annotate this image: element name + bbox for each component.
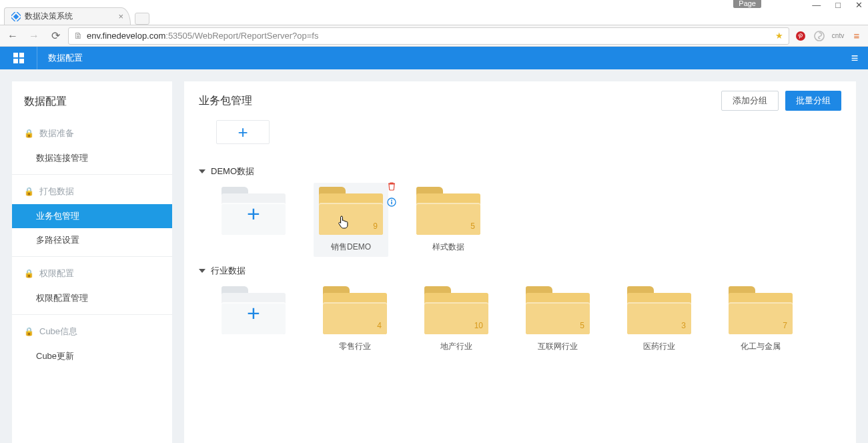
app-logo-icon[interactable] bbox=[0, 47, 37, 69]
group-name: DEMO数据 bbox=[211, 165, 254, 177]
breadcrumb: 数据配置 bbox=[37, 52, 93, 64]
lock-icon: 🔒 bbox=[24, 129, 34, 138]
package-card-retail[interactable]: 4 零售行业 bbox=[318, 286, 392, 352]
sidebar-section-label: 数据准备 bbox=[39, 127, 74, 139]
app-menu-icon[interactable]: ≡ bbox=[841, 51, 868, 65]
favicon-icon bbox=[11, 12, 21, 21]
extension-pinterest-icon[interactable] bbox=[793, 29, 808, 43]
sidebar-title: 数据配置 bbox=[12, 91, 172, 121]
package-label: 地产行业 bbox=[440, 341, 472, 352]
group-header-demo[interactable]: DEMO数据 bbox=[199, 165, 841, 177]
url-path: /WebReport/ReportServer?op=fs bbox=[192, 31, 318, 41]
package-card-internet[interactable]: 5 互联网行业 bbox=[520, 286, 595, 352]
svg-rect-9 bbox=[391, 201, 392, 204]
package-count: 7 bbox=[783, 321, 787, 330]
add-group-button[interactable]: 添加分组 bbox=[721, 91, 779, 111]
page-title: 业务包管理 bbox=[199, 94, 252, 108]
svg-rect-4 bbox=[19, 53, 24, 57]
browser-tab[interactable]: 数据决策系统 × bbox=[4, 7, 131, 25]
main-panel: 业务包管理 添加分组 批量分组 + DEMO数据 bbox=[184, 81, 856, 443]
batch-group-button[interactable]: 批量分组 bbox=[785, 91, 841, 111]
browser-menu-icon[interactable]: ≡ bbox=[849, 29, 864, 43]
package-card-pharma[interactable]: 3 医药行业 bbox=[622, 286, 697, 352]
plus-icon: + bbox=[222, 292, 286, 334]
sidebar-section-data-prepare: 🔒 数据准备 bbox=[12, 121, 172, 146]
browser-toolbar: ← → ⟳ 🗎 env.finedevelop.com:53505/WebRep… bbox=[0, 25, 868, 47]
add-package-top-button[interactable]: + bbox=[216, 120, 270, 144]
package-card-chemical-metal[interactable]: 7 化工与金属 bbox=[723, 286, 798, 352]
window-minimize-icon[interactable]: — bbox=[812, 0, 821, 10]
group-name: 行业数据 bbox=[211, 265, 246, 277]
lock-icon: 🔒 bbox=[24, 187, 34, 196]
package-group: 行业数据 + 4 零售行业 bbox=[199, 265, 841, 352]
svg-rect-1 bbox=[13, 13, 19, 19]
nav-forward-button[interactable]: → bbox=[25, 27, 43, 45]
package-label: 医药行业 bbox=[643, 341, 675, 352]
sidebar-section-permission: 🔒 权限配置 bbox=[12, 261, 172, 286]
url-host: env.finedevelop.com bbox=[87, 31, 165, 41]
sidebar-section-package: 🔒 打包数据 bbox=[12, 179, 172, 204]
sidebar-section-label: 权限配置 bbox=[39, 268, 74, 280]
package-card-style-data[interactable]: 5 样式数据 bbox=[411, 187, 486, 253]
sidebar: 数据配置 🔒 数据准备 数据连接管理 🔒 打包数据 业务包管理 多路径设置 🔒 … bbox=[12, 81, 172, 443]
plus-icon: + bbox=[238, 122, 248, 143]
lock-icon: 🔒 bbox=[24, 269, 34, 278]
url-port: :53505 bbox=[165, 31, 192, 41]
package-card-real-estate[interactable]: 10 地产行业 bbox=[419, 286, 494, 352]
svg-point-2 bbox=[796, 31, 805, 41]
package-count: 10 bbox=[474, 321, 483, 330]
nav-reload-button[interactable]: ⟳ bbox=[47, 27, 64, 45]
page-indicator: Page bbox=[733, 0, 761, 8]
sidebar-item-data-connection[interactable]: 数据连接管理 bbox=[12, 146, 172, 170]
package-group: DEMO数据 + bbox=[199, 165, 841, 253]
group-header-industry[interactable]: 行业数据 bbox=[199, 265, 841, 277]
package-card-sales-demo[interactable]: 9 销售DEMO bbox=[314, 183, 388, 257]
window-close-icon[interactable]: ✕ bbox=[855, 0, 863, 10]
svg-rect-3 bbox=[13, 53, 18, 57]
sidebar-section-label: Cube信息 bbox=[39, 326, 77, 338]
package-label: 化工与金属 bbox=[741, 341, 781, 352]
plus-icon: + bbox=[222, 192, 286, 235]
browser-tabstrip: 数据决策系统 × bbox=[0, 7, 868, 25]
extension-swirl-icon[interactable] bbox=[812, 29, 827, 43]
page-icon: 🗎 bbox=[74, 31, 83, 41]
nav-back-button[interactable]: ← bbox=[4, 27, 21, 45]
caret-down-icon bbox=[199, 169, 205, 173]
sidebar-section-cube: 🔒 Cube信息 bbox=[12, 319, 172, 344]
svg-rect-6 bbox=[19, 59, 24, 63]
scrollbar[interactable] bbox=[849, 121, 855, 436]
browser-tab-title: 数据决策系统 bbox=[25, 11, 73, 22]
sidebar-item-permission-manage[interactable]: 权限配置管理 bbox=[12, 286, 172, 310]
package-label: 销售DEMO bbox=[331, 242, 371, 253]
new-tab-button[interactable] bbox=[135, 13, 149, 25]
svg-rect-5 bbox=[13, 59, 18, 63]
window-maximize-icon[interactable]: □ bbox=[835, 0, 841, 10]
sidebar-item-cube-update[interactable]: Cube更新 bbox=[12, 344, 172, 368]
tab-close-icon[interactable]: × bbox=[118, 11, 123, 21]
package-count: 9 bbox=[373, 222, 378, 231]
sidebar-section-label: 打包数据 bbox=[39, 185, 74, 197]
svg-point-8 bbox=[391, 199, 392, 201]
add-package-card[interactable]: + bbox=[216, 286, 291, 352]
caret-down-icon bbox=[199, 269, 205, 273]
package-count: 3 bbox=[681, 321, 686, 330]
sidebar-item-package-manage[interactable]: 业务包管理 bbox=[12, 204, 172, 228]
package-count: 4 bbox=[377, 321, 382, 330]
delete-icon[interactable] bbox=[386, 180, 398, 192]
package-count: 5 bbox=[470, 222, 475, 231]
info-icon[interactable] bbox=[386, 196, 398, 208]
package-label: 互联网行业 bbox=[538, 341, 578, 352]
bookmark-star-icon[interactable]: ★ bbox=[775, 31, 783, 41]
address-bar[interactable]: 🗎 env.finedevelop.com:53505/WebReport/Re… bbox=[68, 27, 789, 45]
add-package-card[interactable]: + bbox=[216, 187, 291, 253]
extension-cntv-icon[interactable]: cntv bbox=[831, 29, 845, 43]
sidebar-item-multipath[interactable]: 多路径设置 bbox=[12, 228, 172, 252]
package-count: 5 bbox=[580, 321, 584, 330]
app-header: 数据配置 ≡ bbox=[0, 47, 868, 69]
package-label: 样式数据 bbox=[432, 242, 464, 253]
lock-icon: 🔒 bbox=[24, 327, 34, 336]
package-label: 零售行业 bbox=[339, 341, 371, 352]
